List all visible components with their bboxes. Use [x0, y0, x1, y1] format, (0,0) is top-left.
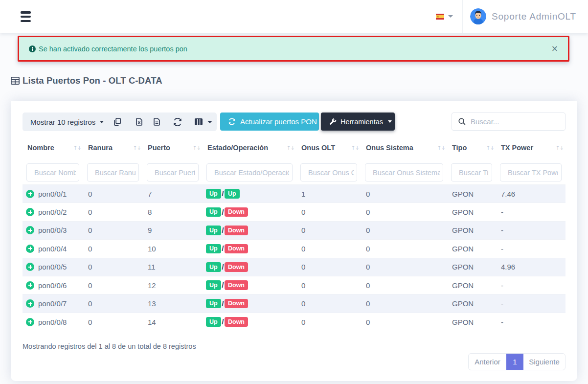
column-filter-input[interactable]: [26, 163, 79, 181]
expand-row-button[interactable]: [26, 299, 34, 308]
file-export-button[interactable]: [154, 113, 160, 131]
estado-badge: Up: [206, 189, 221, 199]
badge-separator: /: [222, 189, 224, 198]
onus-sistema-cell: 0: [361, 294, 447, 313]
spain-flag-icon: [436, 14, 444, 20]
column-header[interactable]: Ranura↑↓: [83, 137, 143, 158]
ranura-cell: 0: [83, 240, 143, 258]
column-header-label: TX Power: [501, 144, 533, 152]
estado-badge: Up: [206, 299, 221, 309]
menu-toggle-icon[interactable]: [21, 11, 31, 22]
column-header[interactable]: Estado/Operación↑↓: [203, 137, 296, 158]
column-header[interactable]: Onus OLT↑↓: [296, 137, 361, 158]
alert-message: Se han activado correctamente los puerto…: [39, 45, 187, 53]
column-filter-input[interactable]: [206, 163, 293, 181]
tx-power-cell: -: [496, 276, 565, 294]
table-row: pon0/0/208Up/Down00GPON-: [23, 203, 565, 221]
table-info: Mostrando registros del 1 al 8 de un tot…: [23, 342, 565, 350]
sort-icons: ↑↓: [351, 144, 359, 151]
operacion-badge: Down: [225, 262, 248, 272]
onus-olt-cell: 0: [296, 258, 361, 276]
estado-operacion-cell: Up/Down: [203, 294, 296, 313]
expand-row-button[interactable]: [26, 208, 34, 216]
expand-row-button[interactable]: [26, 281, 34, 290]
expand-row-button[interactable]: [26, 318, 34, 326]
tools-dropdown-button[interactable]: Herramientas: [321, 113, 395, 131]
page-length-dropdown[interactable]: Mostrar 10 registros: [30, 113, 104, 131]
tx-power-cell: -: [496, 221, 565, 239]
tipo-cell: GPON: [447, 240, 496, 258]
pon-name: pon0/0/6: [38, 281, 67, 290]
onus-sistema-cell: 0: [361, 313, 447, 331]
badge-separator: /: [222, 226, 224, 235]
operacion-badge: Up: [225, 189, 240, 199]
tipo-cell: GPON: [447, 294, 496, 313]
pagination-page-1-button[interactable]: 1: [506, 354, 523, 370]
refresh-pon-ports-label: Actualizar puertos PON: [240, 117, 317, 126]
chevron-down-icon: [207, 121, 212, 123]
language-dropdown[interactable]: [436, 0, 453, 33]
expand-row-button[interactable]: [26, 263, 34, 271]
pon-ports-table: Nombre↑↓Ranura↑↓Puerto↑↓Estado/Operación…: [23, 137, 565, 331]
estado-operacion-cell: Up/Down: [203, 313, 296, 331]
column-header-label: Onus Sistema: [366, 144, 413, 152]
reload-button[interactable]: [173, 113, 182, 131]
column-header[interactable]: Tipo↑↓: [447, 137, 496, 158]
user-name: Soporte AdminOLT: [492, 11, 576, 22]
pagination-previous-button[interactable]: Anterior: [469, 354, 506, 370]
column-filter-input[interactable]: [300, 163, 357, 181]
onus-olt-cell: 0: [296, 294, 361, 313]
info-icon: [29, 45, 36, 52]
refresh-pon-ports-button[interactable]: Actualizar puertos PON: [220, 113, 319, 131]
success-alert: Se han activado correctamente los puerto…: [18, 36, 569, 62]
tx-power-cell: 4.96: [496, 258, 565, 276]
search-input[interactable]: [471, 117, 561, 126]
estado-badge: Up: [206, 262, 221, 272]
puerto-cell: 7: [143, 185, 203, 203]
tx-power-cell: -: [496, 294, 565, 313]
column-filter-input[interactable]: [500, 163, 562, 181]
column-filter-input[interactable]: [147, 163, 199, 181]
expand-row-button[interactable]: [26, 190, 34, 198]
onus-sistema-cell: 0: [361, 258, 447, 276]
pagination: Anterior 1 Siguiente: [468, 353, 565, 370]
puerto-cell: 11: [143, 258, 203, 276]
expand-row-button[interactable]: [26, 245, 34, 253]
ranura-cell: 0: [83, 221, 143, 239]
onus-olt-cell: 0: [296, 240, 361, 258]
column-header[interactable]: Onus Sistema↑↓: [361, 137, 447, 158]
table-toolbar: Mostrar 10 registros: [23, 113, 565, 131]
estado-badge: Up: [206, 317, 221, 327]
puerto-cell: 13: [143, 294, 203, 313]
column-filter-input[interactable]: [87, 163, 139, 181]
column-header[interactable]: Puerto↑↓: [143, 137, 203, 158]
user-menu[interactable]: Soporte AdminOLT: [462, 0, 588, 33]
estado-operacion-cell: Up/Down: [203, 203, 296, 221]
operacion-badge: Down: [225, 244, 248, 254]
alert-close-icon[interactable]: ×: [551, 45, 558, 53]
expand-row-button[interactable]: [26, 226, 34, 234]
badge-separator: /: [222, 208, 224, 217]
sort-icons: ↑↓: [437, 144, 445, 151]
column-visibility-button[interactable]: [195, 113, 212, 131]
column-header[interactable]: TX Power↑↓: [496, 137, 565, 158]
column-header-label: Ranura: [88, 144, 113, 152]
tx-power-cell: -: [496, 240, 565, 258]
column-filter-input[interactable]: [451, 163, 492, 181]
table-row: pon0/0/6012Up/Down00GPON-: [23, 276, 565, 294]
excel-icon: [136, 118, 142, 126]
sort-icons: ↑↓: [486, 144, 494, 151]
pagination-next-button[interactable]: Siguiente: [523, 354, 565, 370]
operacion-badge: Down: [225, 207, 248, 217]
tools-dropdown-label: Herramientas: [340, 118, 383, 126]
excel-export-button[interactable]: [136, 113, 142, 131]
copy-button[interactable]: [114, 113, 121, 131]
tipo-cell: GPON: [447, 185, 496, 203]
sort-icons: ↑↓: [193, 144, 201, 151]
operacion-badge: Down: [225, 226, 248, 235]
estado-operacion-cell: Up/Down: [203, 221, 296, 239]
onus-olt-cell: 0: [296, 313, 361, 331]
column-header[interactable]: Nombre↑↓: [23, 137, 83, 158]
copy-icon: [114, 118, 121, 126]
column-filter-input[interactable]: [365, 163, 443, 181]
